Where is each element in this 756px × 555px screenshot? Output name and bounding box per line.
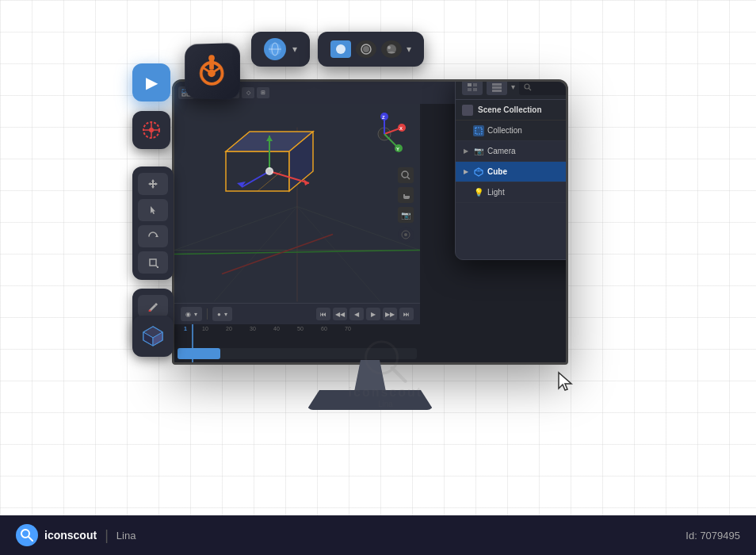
frame-selector[interactable]: ◉ ▾: [181, 307, 202, 321]
play-button[interactable]: ▶: [132, 63, 170, 101]
watermark-icon: [361, 338, 409, 385]
svg-line-73: [529, 88, 532, 90]
svg-line-62: [407, 177, 410, 179]
render-dropdown-icon: ▾: [407, 44, 411, 55]
light-label: Light: [487, 188, 566, 197]
timeline-progress-fill: [178, 348, 220, 359]
outliner-item-light[interactable]: 💡 Light 👁 📷: [456, 182, 566, 203]
globe-button[interactable]: ▾: [251, 32, 310, 67]
svg-marker-86: [559, 373, 571, 390]
move-tool[interactable]: [138, 173, 168, 195]
watermark-subtext: Lina: [378, 400, 393, 408]
bottom-bar: iconscout | Lina Id: 7079495: [0, 515, 756, 555]
crosshair-button[interactable]: [132, 111, 170, 149]
svg-marker-17: [155, 235, 158, 237]
camera-icon: 📷: [473, 146, 484, 157]
hand-tool[interactable]: [398, 187, 414, 203]
watermark: iconscout Lina: [349, 338, 423, 408]
dropdown-arrow-icon: ▾: [292, 44, 297, 55]
mode-btn-5[interactable]: ⊞: [257, 87, 269, 98]
prev-frame-btn[interactable]: ◀: [349, 308, 364, 320]
collection-icon: [473, 125, 484, 136]
bottom-cube-panel[interactable]: [132, 316, 174, 357]
illustration-container: ▾ ▾ ▶: [40, 16, 716, 507]
svg-rect-68: [473, 88, 477, 91]
artist-name: Lina: [116, 530, 136, 542]
3d-viewport: X Y Z: [174, 104, 420, 325]
frame-40-marker: 40: [265, 326, 288, 331]
bottom-bar-left: iconscout | Lina: [16, 524, 136, 546]
rotate-view-tool[interactable]: [138, 225, 168, 247]
camera-arrow: ▶: [462, 147, 470, 155]
crosshair-icon: [141, 120, 162, 140]
svg-point-9: [336, 44, 346, 54]
cursor-tool[interactable]: [138, 199, 168, 221]
frame-1-marker: 1: [178, 326, 193, 331]
axes-gizmo: X Y Z: [361, 110, 408, 158]
scene-type-icon: [462, 105, 473, 116]
svg-line-81: [479, 170, 483, 171]
scale-tool[interactable]: [138, 251, 168, 274]
svg-point-16: [149, 128, 154, 132]
iconscout-logo[interactable]: iconscout: [16, 524, 97, 546]
playback-controls: ◉ ▾ ● ▾ ⏮ ◀◀ ◀ ▶ ▶▶: [174, 304, 420, 324]
blender-logo-icon: [193, 52, 231, 90]
monitor-wrapper: ▾ ▾ ▶: [109, 56, 647, 468]
frame-60-marker: 60: [312, 326, 336, 331]
frame-dot-selector[interactable]: ● ▾: [212, 307, 232, 321]
svg-line-88: [391, 368, 405, 381]
outliner-item-collection[interactable]: Collection ✓ 👁 📷: [456, 121, 566, 141]
camera-icon[interactable]: 📷: [398, 207, 414, 223]
asset-id-text: Id: 7079495: [685, 530, 740, 542]
mode-btn-4[interactable]: ◇: [242, 87, 254, 98]
frame-30-marker: 30: [241, 326, 265, 331]
toolbar-panel-1: [132, 166, 174, 280]
render-icon: [330, 40, 351, 58]
material-icon: [356, 40, 376, 58]
outliner-panel: ▾ Scene Collection: [455, 82, 566, 260]
svg-rect-65: [468, 83, 472, 86]
logo-text: iconscout: [44, 529, 97, 542]
light-icon: 💡: [473, 187, 484, 198]
svg-rect-18: [150, 259, 156, 266]
rendered-icon: [381, 40, 402, 58]
zoom-icon[interactable]: [398, 167, 414, 183]
asset-id: Id: 7079495: [685, 528, 740, 542]
monitor-screen: □ ○ □ ◇ ⊞: [174, 82, 566, 362]
outliner-item-cube[interactable]: ▶ Cube 👁 📷: [456, 162, 566, 182]
camera-label: Camera: [487, 147, 566, 155]
cube-arrow: ▶: [462, 168, 470, 175]
svg-rect-28: [182, 94, 185, 96]
cube-label: Cube: [487, 167, 566, 176]
svg-point-12: [388, 46, 391, 49]
svg-rect-71: [492, 90, 502, 92]
outliner-mode-btn[interactable]: [462, 82, 483, 95]
frame-70-marker: 70: [336, 326, 360, 331]
paint-tool[interactable]: [138, 295, 168, 317]
svg-point-64: [404, 233, 407, 236]
3d-cube-icon: [141, 324, 165, 348]
svg-rect-66: [473, 83, 477, 86]
outliner-search[interactable]: [519, 82, 566, 95]
outliner-item-camera[interactable]: ▶ 📷 Camera 👁 📷: [456, 141, 566, 162]
svg-line-37: [222, 235, 333, 274]
skip-end-btn[interactable]: ⏭: [399, 308, 414, 320]
skip-start-btn[interactable]: ⏮: [316, 308, 330, 320]
next-frame-btn[interactable]: ▶▶: [383, 308, 397, 320]
render-mode-buttons[interactable]: ▾: [318, 32, 424, 67]
frame-10-marker: 10: [193, 326, 217, 331]
play-btn[interactable]: ▶: [366, 308, 380, 320]
settings-icon[interactable]: [398, 227, 414, 243]
svg-text:X: X: [399, 126, 403, 131]
frame-indicator: [192, 324, 193, 362]
blender-logo-button[interactable]: [185, 43, 240, 100]
prev-keyframe-btn[interactable]: ◀◀: [333, 308, 347, 320]
outliner-header: ▾: [456, 82, 566, 100]
outliner-view-btn[interactable]: [487, 82, 507, 95]
search-icon: [524, 83, 532, 91]
svg-point-72: [525, 84, 529, 89]
outliner-dropdown: ▾: [511, 82, 515, 91]
cube-icon: [473, 166, 484, 178]
frame-50-marker: 50: [288, 326, 312, 331]
svg-line-80: [475, 170, 479, 171]
